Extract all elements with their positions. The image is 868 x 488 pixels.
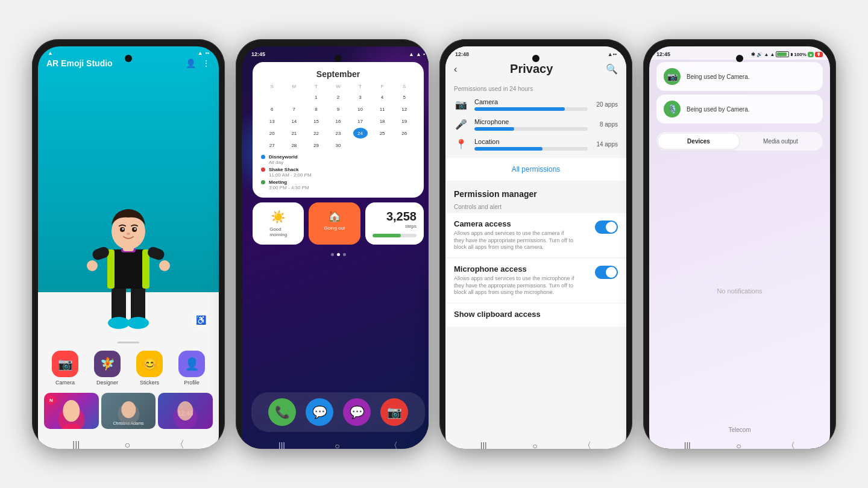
p2-dot-2: [337, 253, 340, 256]
p4-nav-recents[interactable]: |||: [684, 441, 691, 449]
p3-perm-location-info: Location: [474, 138, 588, 151]
p4-notif-mic-text: Being used by Camera.: [687, 106, 750, 113]
p1-nav-recents[interactable]: |||: [72, 440, 80, 449]
p1-icon-stickers[interactable]: 😊 Stickers: [136, 351, 163, 386]
p2-weather-label: Goodmorning: [269, 227, 287, 237]
phones-container: ▲ ▲ ▪▪ AR Emoji Studio 👤 ⋮: [0, 0, 868, 488]
p3-back-button[interactable]: ‹: [454, 64, 457, 75]
p1-icon-camera[interactable]: 📷 Camera: [52, 351, 78, 386]
p2-event-dot-2: [261, 167, 265, 172]
p2-dock-camera[interactable]: 📷: [380, 398, 408, 426]
p2-dock: 📞 💬 💬 📷: [251, 392, 425, 432]
p3-nav-recents[interactable]: |||: [480, 441, 487, 449]
p3-perm-camera-count: 20 apps: [594, 101, 618, 108]
p2-steps-bar: [373, 234, 417, 237]
p4-notif-camera-icon: 📷: [664, 68, 681, 85]
p3-perm-location-name: Location: [474, 138, 588, 145]
p3-nav-back[interactable]: 〈: [583, 440, 591, 449]
p2-dock-phone[interactable]: 📞: [268, 398, 296, 426]
p3-nav-home[interactable]: ○: [532, 441, 537, 449]
p3-perm-camera: 📷 Camera 20 apps: [445, 95, 626, 114]
phone-4-notch: [736, 55, 743, 62]
p3-content: Permissions used in 24 hours 📷 Camera 20…: [445, 81, 626, 436]
svg-point-3: [127, 317, 149, 329]
p3-camera-access-name: Camera access: [454, 219, 574, 228]
p1-icons-row: 📷 Camera 🧚 Designer 😊 Stickers 👤 Profile: [38, 348, 219, 390]
p2-cal-week-2: 6 7 8 9 10 11 12: [261, 104, 415, 114]
p3-perm-mic-info: Microphone: [474, 118, 588, 131]
p2-event-dot-3: [261, 180, 265, 184]
p3-all-permissions[interactable]: All permissions: [445, 158, 626, 181]
p3-mic-toggle-knob: [606, 267, 617, 278]
p2-page-dots: [242, 253, 429, 256]
svg-point-24: [178, 401, 193, 421]
p4-status-icons: ✱ 🔊 ▲ ▲ 100% ● 🎙: [751, 51, 823, 57]
p2-nav-recents[interactable]: |||: [278, 441, 285, 449]
p1-navbar: ||| ○ 〈: [38, 434, 219, 449]
p3-location-icon: 📍: [454, 139, 468, 150]
p4-wifi-icon: ▲: [770, 52, 775, 57]
p1-menu-icon[interactable]: ⋮: [202, 58, 210, 68]
p1-thumb-1[interactable]: N: [44, 393, 99, 429]
p4-sound-icon: 🔊: [756, 52, 763, 57]
p3-perm-mic-bar-wrap: [474, 127, 588, 131]
p2-calendar-widget[interactable]: September S M T W T F S 1: [253, 62, 424, 198]
p3-perm-mic-name: Microphone: [474, 118, 588, 125]
p1-drag-handle: [118, 342, 139, 343]
p1-nav-home[interactable]: ○: [124, 440, 130, 449]
p2-cal-week-5: 27 28 29 30: [261, 140, 415, 151]
p2-dock-messages[interactable]: 💬: [343, 398, 371, 426]
p2-widget-home[interactable]: 🏠 Going out: [309, 202, 360, 245]
p4-tabs-row: Devices Media output: [656, 132, 823, 151]
p1-nav-back[interactable]: 〈: [175, 439, 184, 449]
p2-nav-back[interactable]: 〈: [389, 440, 398, 449]
p2-dot-1: [331, 253, 334, 256]
phone-4: 12:45 ✱ 🔊 ▲ ▲ 100% ● 🎙: [643, 39, 836, 449]
p2-event-dot-1: [261, 155, 265, 159]
p3-camera-toggle[interactable]: [595, 221, 618, 234]
p1-battery-icon: ▪▪: [206, 50, 209, 56]
p3-search-button[interactable]: 🔍: [606, 63, 618, 75]
p4-tab-devices[interactable]: Devices: [658, 134, 739, 149]
p1-emoji-area: ♿: [38, 70, 219, 337]
p2-event-info-1: Disneyworld All day: [269, 154, 415, 165]
p1-thumb-3[interactable]: 12:45: [158, 393, 213, 429]
p3-perm-camera-info: Camera: [474, 98, 588, 111]
p2-time: 12:45: [251, 51, 265, 57]
p4-battery-pct: 100%: [794, 52, 806, 57]
phone-1-screen: ▲ ▲ ▪▪ AR Emoji Studio 👤 ⋮: [38, 46, 219, 449]
p3-status-icons: ▲▪▪: [608, 51, 617, 57]
p3-perm-camera-bar: [474, 107, 565, 111]
svg-point-10: [87, 260, 98, 271]
phone-2-screen: 12:45 ▲ ▲ ▪ September S M T W T: [242, 46, 429, 449]
phone-1-notch: [125, 55, 132, 62]
p4-tab-media-output[interactable]: Media output: [740, 134, 821, 149]
p4-nav-back[interactable]: 〈: [787, 440, 795, 449]
p2-widget-steps[interactable]: 3,258 steps: [365, 202, 424, 245]
p1-icon-profile[interactable]: 👤 Profile: [178, 351, 205, 386]
p2-nav-home[interactable]: ○: [335, 441, 339, 449]
p2-event-title-1: Disneyworld: [269, 154, 415, 160]
p1-user-icon[interactable]: 👤: [186, 58, 196, 68]
p4-nav-home[interactable]: ○: [736, 441, 741, 449]
svg-point-18: [127, 233, 130, 235]
p3-perm-mic-count: 8 apps: [594, 121, 618, 128]
p2-event-time-1: All day: [269, 160, 415, 165]
p1-emoji-figure: [80, 198, 177, 337]
p1-icon-designer[interactable]: 🧚 Designer: [94, 351, 121, 386]
p3-clipboard-access-block: Show clipboard access: [445, 304, 626, 327]
p1-wifi-icon: ▲: [198, 50, 203, 56]
p2-dock-chat[interactable]: 💬: [306, 398, 333, 426]
p2-widget-weather[interactable]: ☀️ Goodmorning: [253, 202, 304, 245]
svg-rect-1: [131, 286, 145, 322]
p3-permission-manager: Permission manager: [445, 184, 626, 201]
p3-mic-toggle[interactable]: [595, 266, 618, 279]
p1-accessibility-btn[interactable]: ♿: [191, 310, 210, 330]
svg-point-2: [108, 317, 130, 329]
p1-thumb-2[interactable]: Christina Adams: [101, 393, 156, 429]
p4-signal-icon: ▲: [764, 52, 769, 57]
p4-battery: [776, 51, 793, 57]
phone-4-screen: 12:45 ✱ 🔊 ▲ ▲ 100% ● 🎙: [649, 46, 830, 449]
phone-2: 12:45 ▲ ▲ ▪ September S M T W T: [236, 39, 429, 449]
p2-battery-icon: ▪: [423, 51, 425, 57]
